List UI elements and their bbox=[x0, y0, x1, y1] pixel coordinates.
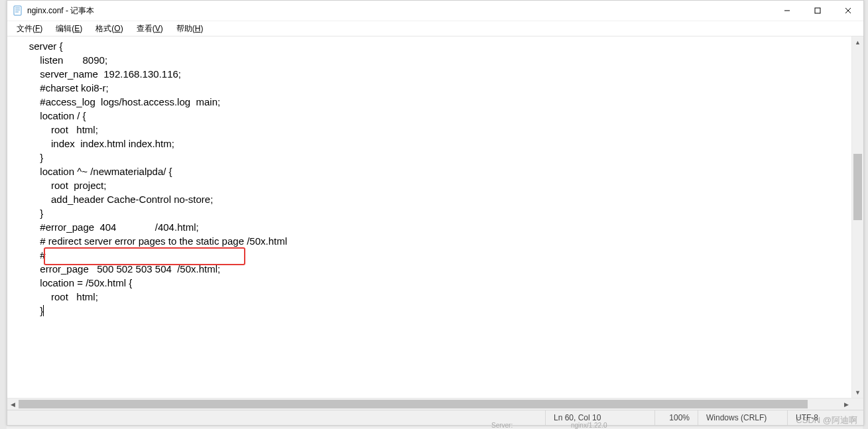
app-icon bbox=[13, 5, 23, 16]
scroll-corner bbox=[852, 398, 863, 410]
minimize-button[interactable] bbox=[772, 1, 802, 21]
editor-line: location ^~ /newmaterialpda/ { bbox=[18, 164, 846, 178]
editor-line: # bbox=[18, 248, 846, 262]
background-left-strip bbox=[0, 0, 7, 429]
editor-line: } bbox=[18, 151, 846, 164]
scroll-right-arrow-icon[interactable]: ▶ bbox=[841, 398, 852, 410]
editor-line: #access_log logs/host.access.log main; bbox=[18, 95, 846, 109]
editor-line: server_name 192.168.130.116; bbox=[18, 67, 846, 81]
vertical-scrollbar[interactable]: ▲ ▼ bbox=[851, 36, 863, 398]
background-devtools-hint: Server: nginx/1.22.0 bbox=[7, 422, 863, 429]
editor-line: #charset koi8-r; bbox=[18, 81, 846, 95]
editor-line: root project; bbox=[18, 178, 846, 192]
maximize-button[interactable] bbox=[802, 1, 833, 21]
editor-line: server { bbox=[18, 39, 846, 53]
menu-help[interactable]: 帮助(H) bbox=[170, 22, 210, 36]
horizontal-scrollbar[interactable]: ◀ ▶ bbox=[7, 398, 863, 410]
vertical-scroll-thumb[interactable] bbox=[853, 154, 862, 220]
menu-view[interactable]: 查看(V) bbox=[130, 22, 170, 36]
editor-line: location = /50x.html { bbox=[18, 276, 846, 290]
editor-line: root html; bbox=[18, 123, 846, 137]
text-caret bbox=[43, 305, 44, 316]
notepad-window: nginx.conf - 记事本 文件(F) 编辑(E) 格式(O) 查看(V)… bbox=[7, 0, 864, 426]
titlebar[interactable]: nginx.conf - 记事本 bbox=[7, 1, 863, 21]
scroll-up-arrow-icon[interactable]: ▲ bbox=[852, 36, 863, 48]
editor-line: # redirect server error pages to the sta… bbox=[18, 234, 846, 248]
horizontal-scroll-track[interactable] bbox=[19, 398, 841, 410]
menu-edit[interactable]: 编辑(E) bbox=[49, 22, 89, 36]
menu-format[interactable]: 格式(O) bbox=[89, 22, 129, 36]
scroll-down-arrow-icon[interactable]: ▼ bbox=[852, 387, 863, 398]
editor-line: location / { bbox=[18, 109, 846, 123]
editor-line: listen 8090; bbox=[18, 53, 846, 67]
window-title: nginx.conf - 记事本 bbox=[27, 5, 94, 17]
editor-area: server { listen 8090; server_name 192.16… bbox=[7, 36, 863, 398]
editor-line: #error_page 404 /404.html; bbox=[18, 220, 846, 234]
scroll-left-arrow-icon[interactable]: ◀ bbox=[7, 398, 19, 410]
svg-rect-5 bbox=[815, 8, 820, 13]
editor-line: index index.html index.htm; bbox=[18, 137, 846, 151]
editor-line: root html; bbox=[18, 290, 846, 304]
menu-file[interactable]: 文件(F) bbox=[10, 22, 49, 36]
menubar: 文件(F) 编辑(E) 格式(O) 查看(V) 帮助(H) bbox=[7, 21, 863, 36]
horizontal-scroll-thumb[interactable] bbox=[19, 400, 808, 408]
editor-line: add_header Cache-Control no-store; bbox=[18, 192, 846, 206]
editor-line: error_page 500 502 503 504 /50x.html; bbox=[18, 262, 846, 276]
editor-line: } bbox=[18, 206, 846, 220]
close-button[interactable] bbox=[833, 1, 863, 21]
editor-line: } bbox=[18, 304, 846, 318]
text-editor[interactable]: server { listen 8090; server_name 192.16… bbox=[7, 36, 851, 398]
svg-rect-0 bbox=[14, 6, 21, 15]
